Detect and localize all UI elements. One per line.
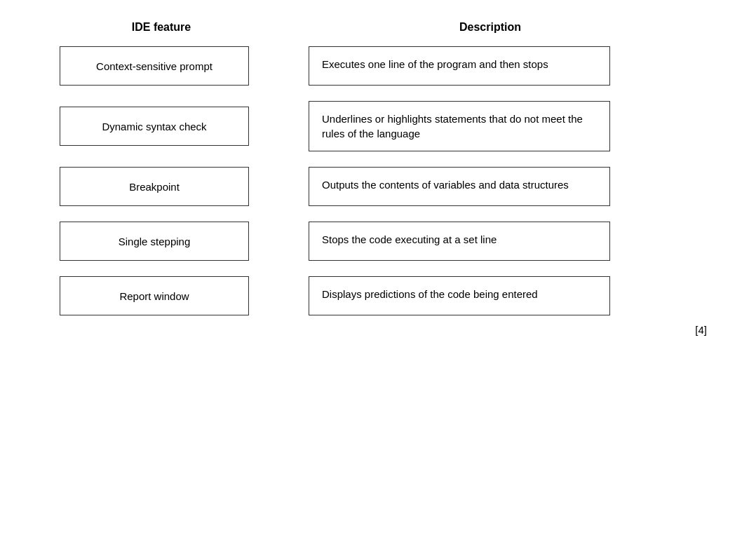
table-row: Context-sensitive promptExecutes one lin… (42, 46, 714, 86)
table-row: Report windowDisplays predictions of the… (42, 276, 714, 315)
ide-feature-box: Report window (60, 276, 249, 315)
right-cell: Underlines or highlights statements that… (266, 101, 714, 151)
ide-feature-box: Dynamic syntax check (60, 107, 249, 146)
right-cell: Stops the code executing at a set line (266, 222, 714, 261)
left-cell: Single stepping (42, 222, 266, 261)
description-box: Stops the code executing at a set line (309, 222, 610, 261)
footer-row: [4] (42, 324, 714, 336)
description-box: Displays predictions of the code being e… (309, 276, 610, 315)
right-column-header: Description (274, 21, 707, 34)
right-cell: Outputs the contents of variables and da… (266, 167, 714, 206)
left-cell: Report window (42, 276, 266, 315)
ide-feature-box: Single stepping (60, 222, 249, 261)
description-box: Executes one line of the program and the… (309, 46, 610, 86)
matching-rows: Context-sensitive promptExecutes one lin… (42, 46, 714, 315)
left-cell: Context-sensitive prompt (42, 46, 266, 86)
left-column-header: IDE feature (49, 21, 274, 34)
right-cell: Executes one line of the program and the… (266, 46, 714, 86)
table-row: Dynamic syntax checkUnderlines or highli… (42, 101, 714, 151)
description-box: Underlines or highlights statements that… (309, 101, 610, 151)
table-row: BreakpointOutputs the contents of variab… (42, 167, 714, 206)
right-cell: Displays predictions of the code being e… (266, 276, 714, 315)
left-cell: Dynamic syntax check (42, 107, 266, 146)
left-cell: Breakpoint (42, 167, 266, 206)
mark-label: [4] (695, 324, 707, 336)
ide-feature-box: Context-sensitive prompt (60, 46, 249, 86)
header-row: IDE feature Description (42, 21, 714, 34)
description-box: Outputs the contents of variables and da… (309, 167, 610, 206)
table-row: Single steppingStops the code executing … (42, 222, 714, 261)
ide-feature-box: Breakpoint (60, 167, 249, 206)
page-container: IDE feature Description Context-sensitiv… (0, 0, 756, 551)
